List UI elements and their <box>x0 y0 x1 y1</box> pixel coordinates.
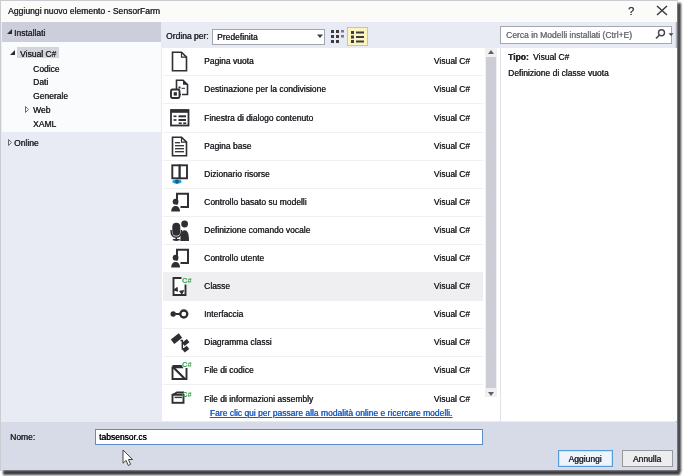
svg-text:C#: C# <box>182 389 192 398</box>
svg-text:C#: C# <box>182 276 192 285</box>
svg-text:C#: C# <box>182 360 192 369</box>
